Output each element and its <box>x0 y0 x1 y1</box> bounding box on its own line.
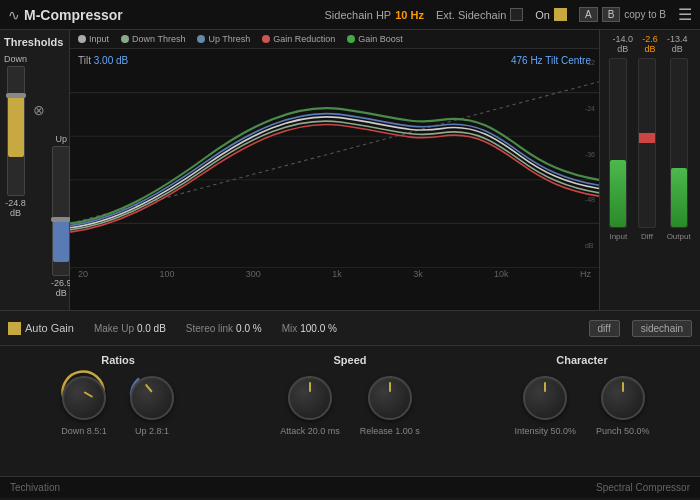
freq-10k: 10k <box>494 269 509 279</box>
speed-group: Speed Attack 20.0 ms <box>240 354 460 468</box>
tilt-value: 3.00 dB <box>94 55 128 66</box>
logo-icon: ∿ <box>8 7 20 23</box>
input-meter-fill <box>610 160 626 227</box>
app-title: M-Compressor <box>24 7 123 23</box>
sidechain-hp-label: Sidechain HP <box>325 9 392 21</box>
attack-knob[interactable] <box>288 376 332 420</box>
copy-to-label: copy to B <box>624 9 666 20</box>
freq-1k: 1k <box>332 269 342 279</box>
makeup-label: Make Up <box>94 323 134 334</box>
params-bar: Auto Gain Make Up 0.0 dB Stereo link 0.0… <box>0 310 700 346</box>
meters-row: Input Diff Output <box>604 58 696 306</box>
release-indicator <box>389 382 391 392</box>
legend-input-label: Input <box>89 34 109 44</box>
menu-icon[interactable]: ☰ <box>678 5 692 24</box>
diff-meter-label: Diff <box>641 232 653 241</box>
makeup-group: Make Up 0.0 dB <box>94 323 166 334</box>
release-item: Release 1.00 s <box>360 374 420 436</box>
down-threshold-label: Down <box>4 54 27 64</box>
attack-knob-ring <box>286 374 334 422</box>
intensity-knob[interactable] <box>523 376 567 420</box>
diff-meter-fill <box>639 133 655 143</box>
down-threshold-slider[interactable] <box>7 66 25 196</box>
intensity-knob-ring <box>521 374 569 422</box>
up-ratio-indicator <box>145 384 153 393</box>
makeup-value[interactable]: 0.0 dB <box>137 323 166 334</box>
up-ratio-item: Up 2.8:1 <box>128 374 176 436</box>
link-icon[interactable]: ⊗ <box>33 102 45 118</box>
legend-up-thresh: Up Thresh <box>197 34 250 44</box>
legend-input: Input <box>78 34 109 44</box>
intensity-item: Intensity 50.0% <box>514 374 576 436</box>
ratios-knob-row: Down 8.5:1 Up 2.8:1 <box>60 374 176 436</box>
top-controls: Sidechain HP 10 Hz Ext. Sidechain On A B… <box>325 5 692 24</box>
freq-100: 100 <box>159 269 174 279</box>
output-meter-column: Output <box>667 58 691 306</box>
punch-indicator <box>622 382 624 392</box>
up-threshold-thumb[interactable] <box>51 217 71 222</box>
up-threshold-value: -26.9 dB <box>51 278 72 298</box>
punch-knob-ring <box>599 374 647 422</box>
character-knob-row: Intensity 50.0% Punch 50.0% <box>514 374 649 436</box>
up-threshold-slider[interactable] <box>52 146 70 276</box>
freq-hz: Hz <box>580 269 591 279</box>
character-group: Character Intensity 50.0% <box>472 354 692 468</box>
down-threshold-thumb[interactable] <box>6 93 26 98</box>
input-meter-column: Input <box>609 58 627 306</box>
down-ratio-indicator <box>84 391 94 398</box>
spectrum-chart <box>70 49 599 267</box>
ab-a-button[interactable]: A <box>579 7 598 22</box>
ab-b-button[interactable]: B <box>602 7 621 22</box>
thresholds-title: Thresholds <box>4 36 65 48</box>
mix-value[interactable]: 100.0 % <box>300 323 337 334</box>
down-ratio-knob[interactable] <box>62 376 106 420</box>
chart-area[interactable]: Tilt 3.00 dB 476 Hz Tilt Centre -12 -24 … <box>70 49 599 267</box>
stereo-link-group: Stereo link 0.0 % <box>186 323 262 334</box>
speed-knob-row: Attack 20.0 ms Release 1.00 s <box>280 374 420 436</box>
on-label: On <box>535 9 550 21</box>
legend-gain-boost-dot <box>347 35 355 43</box>
legend-up-thresh-label: Up Thresh <box>208 34 250 44</box>
freq-300: 300 <box>246 269 261 279</box>
db-label-36: -36 <box>585 151 595 158</box>
down-threshold-fill <box>8 93 24 157</box>
legend-gain-reduction-dot <box>262 35 270 43</box>
punch-knob[interactable] <box>601 376 645 420</box>
stereo-link-label: Stereo link <box>186 323 233 334</box>
ext-sidechain-group: Ext. Sidechain <box>436 8 523 21</box>
release-knob-ring <box>366 374 414 422</box>
auto-gain-label: Auto Gain <box>25 322 74 334</box>
legend-gain-boost: Gain Boost <box>347 34 403 44</box>
release-label: Release 1.00 s <box>360 426 420 436</box>
tilt-centre-overlay: 476 Hz Tilt Centre <box>511 55 591 66</box>
release-knob[interactable] <box>368 376 412 420</box>
ext-sidechain-label: Ext. Sidechain <box>436 9 506 21</box>
ext-sidechain-checkbox[interactable] <box>510 8 523 21</box>
up-ratio-knob[interactable] <box>130 376 174 420</box>
on-button[interactable] <box>554 8 567 21</box>
output-meter-fill <box>671 168 687 227</box>
mix-label: Mix <box>282 323 298 334</box>
sidechain-hp-value[interactable]: 10 Hz <box>395 9 424 21</box>
sidechain-button[interactable]: sidechain <box>632 320 692 337</box>
stereo-link-value[interactable]: 0.0 % <box>236 323 262 334</box>
ab-section: A B copy to B <box>579 7 666 22</box>
diff-button[interactable]: diff <box>589 320 620 337</box>
center-display: Input Down Thresh Up Thresh Gain Reducti… <box>70 30 600 310</box>
sidechain-hp-group: Sidechain HP 10 Hz <box>325 9 424 21</box>
footer-product: Spectral Compressor <box>596 482 690 493</box>
top-bar: ∿ M-Compressor Sidechain HP 10 Hz Ext. S… <box>0 0 700 30</box>
threshold-sliders: Down -24.8 dB ⊗ Up -26.9 dB <box>4 54 65 234</box>
up-threshold-fill <box>53 217 69 262</box>
auto-gain-toggle[interactable] <box>8 322 21 335</box>
character-title: Character <box>556 354 607 366</box>
legend-bar: Input Down Thresh Up Thresh Gain Reducti… <box>70 30 599 49</box>
intensity-label: Intensity 50.0% <box>514 426 576 436</box>
up-ratio-label: Up 2.8:1 <box>135 426 169 436</box>
legend-gain-reduction-label: Gain Reduction <box>273 34 335 44</box>
db-scale: -12 -24 -36 -48 dB <box>585 59 595 249</box>
attack-label: Attack 20.0 ms <box>280 426 340 436</box>
db-label-unit: dB <box>585 242 595 249</box>
mix-group: Mix 100.0 % <box>282 323 337 334</box>
legend-down-thresh: Down Thresh <box>121 34 185 44</box>
